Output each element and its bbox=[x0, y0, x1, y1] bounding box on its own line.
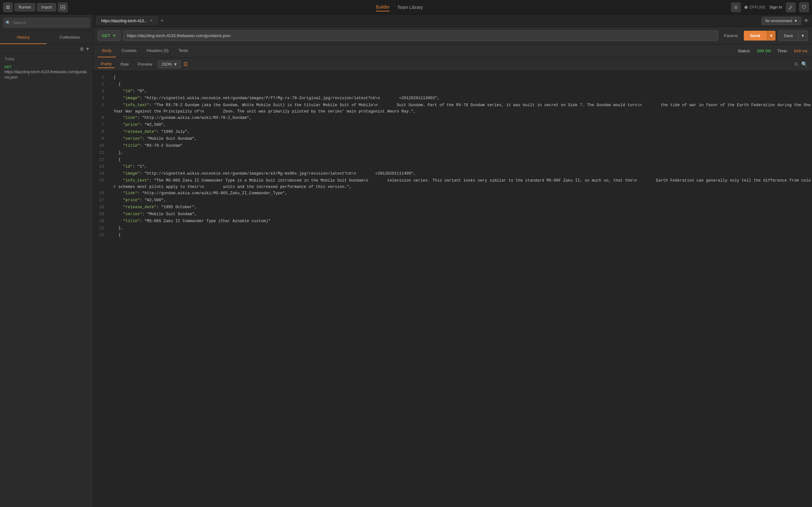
import-button[interactable]: Import bbox=[37, 3, 56, 11]
filter-icon[interactable]: ☰ bbox=[183, 61, 188, 67]
method-label: GET bbox=[102, 33, 110, 38]
env-label: No environment bbox=[765, 19, 792, 23]
environment-selector[interactable]: No environment ▼ bbox=[762, 17, 801, 25]
url-input[interactable] bbox=[123, 31, 718, 41]
svg-point-6 bbox=[735, 6, 737, 8]
svg-rect-2 bbox=[6, 8, 10, 9]
tab-url: https://dazzling-torch-413... bbox=[101, 19, 147, 23]
heart-icon[interactable] bbox=[799, 3, 809, 12]
time-value: 849 ms bbox=[794, 49, 808, 53]
json-line: 17 "price": "¥2,500", bbox=[93, 197, 812, 204]
format-label: JSON bbox=[161, 62, 171, 66]
json-line: 20 "title": "MS-06S Zaku II Commander Ty… bbox=[93, 218, 812, 225]
save-dropdown-button[interactable]: ▼ bbox=[798, 31, 808, 41]
search-json-button[interactable]: 🔍 bbox=[801, 61, 808, 67]
json-line: 1-[ bbox=[93, 74, 812, 81]
json-line: 6 "link": "http://gundam.wikia.com/wiki/… bbox=[93, 115, 812, 122]
main-layout: 🔍 History Collections 🗑 ▼ Today GET http… bbox=[0, 14, 812, 507]
chevron-down-icon: ▼ bbox=[173, 62, 177, 66]
offline-label: OFFLINE bbox=[750, 5, 766, 9]
env-bar: No environment ▼ 👁 bbox=[762, 17, 809, 25]
status-value: 200 OK bbox=[757, 49, 771, 53]
save-button[interactable]: Save bbox=[778, 31, 798, 41]
close-tab-icon[interactable]: ✕ bbox=[150, 19, 153, 23]
runner-button[interactable]: Runner bbox=[14, 3, 35, 11]
add-tab-button[interactable]: + bbox=[159, 17, 166, 24]
builder-tab[interactable]: Builder bbox=[376, 3, 390, 11]
svg-rect-1 bbox=[6, 7, 10, 8]
nav-right: OFFLINE Sign In bbox=[731, 3, 809, 12]
tab-bar: https://dazzling-torch-413... ✕ + No env… bbox=[93, 14, 812, 27]
json-line: 18 "release_date": "1995 October", bbox=[93, 204, 812, 211]
json-line: 8 "release_date": "1995 July", bbox=[93, 129, 812, 135]
preview-button[interactable]: Preview bbox=[135, 60, 155, 68]
params-button[interactable]: Params bbox=[721, 31, 741, 41]
json-line: 21 }, bbox=[93, 225, 812, 232]
offline-status: OFFLINE bbox=[745, 5, 766, 9]
sidebar-toggle-button[interactable] bbox=[3, 3, 13, 12]
status-dot bbox=[745, 6, 748, 9]
time-label: Time: bbox=[777, 49, 788, 53]
tests-tab[interactable]: Tests bbox=[174, 44, 193, 57]
search-icon: 🔍 bbox=[6, 20, 10, 25]
headers-tab[interactable]: Headers (5) bbox=[142, 44, 173, 57]
history-tab[interactable]: History bbox=[0, 31, 47, 44]
chevron-down-icon: ▼ bbox=[112, 33, 116, 38]
nav-left: Runner Import bbox=[3, 3, 67, 12]
save-button-group: Save ▼ bbox=[778, 31, 808, 41]
url-bar: GET ▼ Params Send ▼ Save ▼ bbox=[93, 27, 812, 44]
method-selector[interactable]: GET ▼ bbox=[98, 31, 120, 41]
json-line: 7 "price": "¥2,500", bbox=[93, 122, 812, 129]
sidebar-tabs: History Collections bbox=[0, 31, 93, 44]
history-method: GET bbox=[4, 65, 89, 69]
json-line: 12- { bbox=[93, 157, 812, 164]
json-line: 13 "id": "1", bbox=[93, 164, 812, 170]
sign-in-button[interactable]: Sign In bbox=[769, 5, 782, 9]
cookies-tab[interactable]: Cookies bbox=[117, 44, 141, 57]
json-line: 9 "series": "Mobile Suit Gundam", bbox=[93, 135, 812, 143]
new-tab-button[interactable] bbox=[58, 3, 67, 12]
svg-rect-0 bbox=[6, 6, 10, 6]
raw-button[interactable]: Raw bbox=[117, 60, 132, 68]
json-line: 14 "image": "http://vignette4.wikia.noco… bbox=[93, 170, 812, 177]
send-button[interactable]: Send bbox=[744, 31, 767, 41]
pretty-button[interactable]: Pretty bbox=[98, 60, 115, 68]
body-toolbar-right: ⎘ 🔍 bbox=[795, 61, 808, 67]
request-area: https://dazzling-torch-413... ✕ + No env… bbox=[93, 14, 812, 507]
nav-center: Builder Team Library bbox=[69, 3, 729, 11]
top-nav: Runner Import Builder Team Library OFFLI… bbox=[0, 0, 812, 14]
sidebar: 🔍 History Collections 🗑 ▼ Today GET http… bbox=[0, 14, 93, 507]
settings-icon[interactable] bbox=[731, 3, 741, 12]
format-selector[interactable]: JSON ▼ bbox=[158, 60, 181, 68]
team-library-tab[interactable]: Team Library bbox=[397, 3, 423, 11]
json-line: 15 "info_text": "The MS-06S Zaku II Comm… bbox=[93, 177, 812, 190]
json-line: 22- { bbox=[93, 232, 812, 239]
list-item[interactable]: GET https://dazzling-torch-4133.firebase… bbox=[0, 62, 93, 83]
eye-button[interactable]: 👁 bbox=[804, 18, 809, 24]
delete-button[interactable]: 🗑 ▼ bbox=[80, 46, 90, 51]
json-line: 11 }, bbox=[93, 150, 812, 157]
json-line: 4 "image": "http://vignette1.wikia.nocoo… bbox=[93, 95, 812, 102]
chevron-down-icon: ▼ bbox=[794, 19, 798, 23]
collections-tab[interactable]: Collections bbox=[47, 31, 93, 44]
send-dropdown-button[interactable]: ▼ bbox=[767, 31, 776, 41]
history-url: https://dazzling-torch-4133.firebaseio.c… bbox=[4, 69, 89, 80]
response-status: Status: 200 OK Time: 849 ms bbox=[738, 49, 808, 53]
active-request-tab[interactable]: https://dazzling-torch-413... ✕ bbox=[96, 16, 157, 25]
json-line: 5 "info_text": "The RX-78-2 Gundam (aka … bbox=[93, 102, 812, 115]
wrench-icon[interactable] bbox=[786, 3, 796, 12]
body-tab[interactable]: Body bbox=[98, 44, 116, 57]
json-line: 10 "title": "RX-78-2 Gundam" bbox=[93, 143, 812, 150]
response-area: Body Cookies Headers (5) Tests Status: 2… bbox=[93, 44, 812, 507]
json-line: 2- { bbox=[93, 81, 812, 88]
sidebar-actions: 🗑 ▼ bbox=[0, 44, 93, 54]
json-viewer[interactable]: 1-[2- {3 "id": "0",4 "image": "http://vi… bbox=[93, 71, 812, 507]
json-line: 19 "series": "Mobile Suit Gundam", bbox=[93, 211, 812, 218]
sidebar-search-area: 🔍 bbox=[0, 14, 93, 31]
json-line: 16 "link": "http://gundam.wikia.com/wiki… bbox=[93, 190, 812, 197]
today-label: Today bbox=[0, 54, 93, 62]
search-input[interactable] bbox=[3, 18, 90, 27]
copy-button[interactable]: ⎘ bbox=[795, 61, 798, 67]
body-toolbar: Pretty Raw Preview JSON ▼ ☰ ⎘ 🔍 bbox=[93, 58, 812, 71]
response-tabs: Body Cookies Headers (5) Tests Status: 2… bbox=[93, 44, 812, 58]
